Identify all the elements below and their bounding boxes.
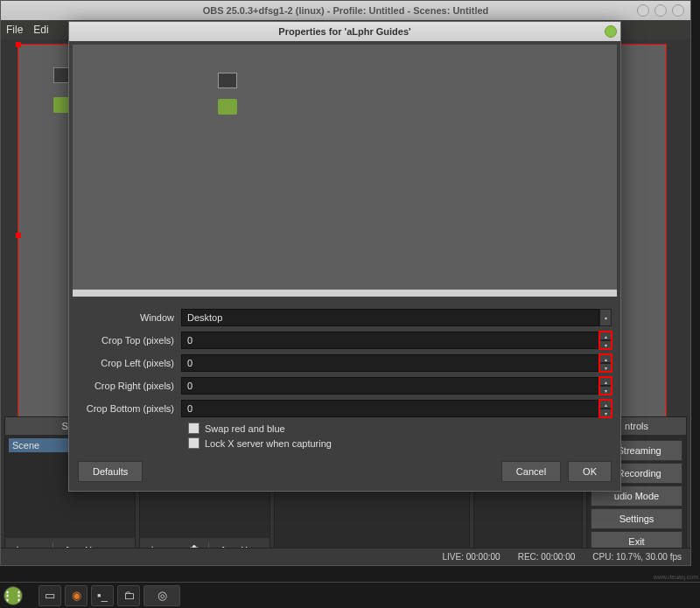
ok-button[interactable]: OK [568,461,612,482]
menu-file[interactable]: File [6,24,23,36]
properties-form: Window ▾ Crop Top (pixels) ▴▾ Crop Left … [69,300,620,452]
dialog-title: Properties for 'aLphr Guides' [69,26,620,37]
crop-bottom-label: Crop Bottom (pixels) [78,403,181,414]
swap-rb-label: Swap red and blue [205,423,285,434]
statusbar: LIVE: 00:00:00 REC: 00:00:00 CPU: 10.7%,… [1,548,690,565]
dialog-close-icon[interactable] [605,25,617,38]
step-down-icon[interactable]: ▾ [599,386,612,395]
desktop-computer-icon [218,73,237,88]
menu-edit[interactable]: Edi [33,24,48,36]
desktop-folder-icon [218,99,237,115]
status-live: LIVE: 00:00:00 [442,552,500,562]
desktop-taskbar [73,290,617,297]
mint-menu-icon[interactable]: ⋮⋮ [4,586,23,605]
close-icon[interactable] [672,4,684,17]
terminal-icon[interactable]: ▪_ [91,585,114,606]
crop-right-input[interactable] [181,377,599,395]
source-preview [73,45,617,297]
desktop-taskbar: ⋮⋮ ▭ ◉ ▪_ 🗀 ◎ [0,582,700,608]
swap-rb-checkbox[interactable] [188,423,200,434]
crop-top-input[interactable] [181,332,599,349]
dialog-titlebar[interactable]: Properties for 'aLphr Guides' [69,22,620,41]
crop-bottom-input[interactable] [181,400,599,417]
firefox-icon[interactable]: ◉ [65,585,88,606]
taskbar-obs-icon[interactable]: ◎ [144,585,180,606]
crop-left-label: Crop Left (pixels) [78,358,181,368]
status-cpu: CPU: 10.7%, 30.00 fps [592,552,682,562]
resize-handle[interactable] [16,42,21,47]
step-up-icon[interactable]: ▴ [599,354,612,363]
window-label: Window [78,312,181,323]
lock-x-label: Lock X server when capturing [205,438,332,449]
step-down-icon[interactable]: ▾ [599,363,612,372]
crop-left-input[interactable] [181,354,599,372]
step-up-icon[interactable]: ▴ [599,332,612,340]
step-up-icon[interactable]: ▴ [599,377,612,386]
step-down-icon[interactable]: ▾ [599,409,612,417]
properties-dialog: Properties for 'aLphr Guides' Window ▾ C… [68,21,621,492]
maximize-icon[interactable] [654,4,667,17]
crop-right-label: Crop Right (pixels) [78,381,181,391]
watermark: www.deuaq.com [654,574,698,580]
step-up-icon[interactable]: ▴ [599,400,612,409]
crop-top-label: Crop Top (pixels) [78,335,181,346]
cancel-button[interactable]: Cancel [501,461,561,482]
minimize-icon[interactable] [637,4,649,17]
main-titlebar[interactable]: OBS 25.0.3+dfsg1-2 (linux) - Profile: Un… [1,1,690,20]
settings-button[interactable]: Settings [591,508,682,529]
window-title: OBS 25.0.3+dfsg1-2 (linux) - Profile: Un… [1,5,690,16]
resize-handle[interactable] [16,233,21,238]
defaults-button[interactable]: Defaults [78,461,143,482]
step-down-icon[interactable]: ▾ [599,340,612,349]
files-icon[interactable]: 🗀 [117,585,140,606]
dropdown-icon[interactable]: ▾ [599,309,612,326]
lock-x-checkbox[interactable] [188,437,200,449]
show-desktop-icon[interactable]: ▭ [38,585,61,606]
status-rec: REC: 00:00:00 [518,552,576,562]
window-select[interactable] [181,309,599,326]
